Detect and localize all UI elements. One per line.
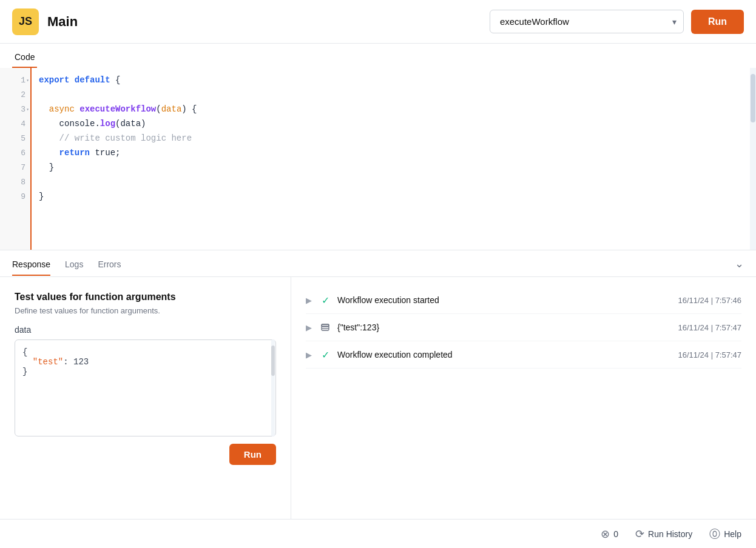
line-8: 8 (0, 175, 30, 189)
code-line-7: } (39, 160, 743, 175)
line-4: 4 (0, 116, 30, 131)
code-line-3: async executeWorkflow(data) { (39, 102, 743, 116)
run-button-small[interactable]: Run (229, 444, 276, 465)
left-panel-footer: Run (15, 444, 276, 465)
scrollbar[interactable] (750, 68, 756, 250)
editor-scrollbar-thumb (271, 346, 275, 376)
response-tab-bar: Response Logs Errors ⌄ (0, 250, 756, 277)
help-icon: ⓪ (709, 527, 720, 541)
left-panel: Test values for function arguments Defin… (0, 277, 291, 519)
log-entry-3: ▶ ✓ Workflow execution completed 16/11/2… (306, 341, 741, 369)
function-select-wrapper: executeWorkflow ▾ (490, 10, 684, 33)
scrollbar-thumb (751, 74, 755, 122)
function-select[interactable]: executeWorkflow (490, 10, 684, 33)
log-time-3: 16/11/24 | 7:57:47 (678, 350, 741, 359)
code-section: Code 1▾ 2 3▾ 4 5 6 7 8 9 export default … (0, 44, 756, 250)
line-numbers: 1▾ 2 3▾ 4 5 6 7 8 9 (0, 68, 32, 250)
panel-collapse-icon[interactable]: ⌄ (735, 257, 744, 270)
check-icon-1: ✓ (319, 294, 331, 306)
code-tab-bar: Code (0, 44, 756, 68)
svg-rect-1 (322, 324, 329, 330)
line-7: 7 (0, 160, 30, 175)
js-logo: JS (12, 8, 39, 35)
panel-body: Test values for function arguments Defin… (0, 277, 756, 519)
help-item[interactable]: ⓪ Help (709, 527, 741, 541)
code-line-6: return true; (39, 145, 743, 160)
line-6: 6 (0, 145, 30, 160)
db-icon (319, 321, 331, 333)
tab-errors[interactable]: Errors (98, 252, 121, 275)
log-expand-3[interactable]: ▶ (306, 350, 313, 359)
check-icon-3: ✓ (319, 349, 331, 361)
run-history-label: Run History (648, 529, 692, 539)
log-expand-2[interactable]: ▶ (306, 323, 313, 332)
json-editor-wrapper: { "test": 123 } (15, 339, 276, 436)
line-3: 3▾ (0, 102, 30, 116)
tabs: Response Logs Errors (12, 252, 121, 275)
line-1: 1▾ (0, 73, 30, 87)
log-entry-1: ▶ ✓ Workflow execution started 16/11/24 … (306, 287, 741, 314)
code-editor: 1▾ 2 3▾ 4 5 6 7 8 9 export default { asy… (0, 68, 756, 250)
code-line-4: console.log(data) (39, 116, 743, 131)
tab-code[interactable]: Code (12, 48, 37, 68)
test-values-desc: Define test values for function argument… (15, 306, 276, 315)
error-icon: ⊗ (601, 527, 610, 541)
json-editor[interactable]: { "test": 123 } (15, 339, 276, 436)
log-expand-1[interactable]: ▶ (306, 296, 313, 305)
log-time-1: 16/11/24 | 7:57:46 (678, 296, 741, 305)
test-values-title: Test values for function arguments (15, 292, 276, 302)
run-button-header[interactable]: Run (691, 10, 744, 34)
line-2: 2 (0, 87, 30, 102)
line-5: 5 (0, 131, 30, 145)
footer: ⊗ 0 ⟳ Run History ⓪ Help (0, 519, 756, 548)
code-line-8 (39, 175, 743, 189)
code-line-2 (39, 87, 743, 102)
tab-logs[interactable]: Logs (65, 252, 83, 275)
code-line-5: // write custom logic here (39, 131, 743, 145)
app-header: JS Main executeWorkflow ▾ Run (0, 0, 756, 44)
code-line-1: export default { (39, 73, 743, 87)
arg-label: data (15, 325, 276, 335)
log-text-1: Workflow execution started (337, 295, 672, 305)
right-panel: ▶ ✓ Workflow execution started 16/11/24 … (291, 277, 756, 519)
code-content[interactable]: export default { async executeWorkflow(d… (32, 68, 750, 250)
page-title: Main (47, 14, 490, 30)
code-line-9: } (39, 189, 743, 204)
help-label: Help (724, 529, 741, 539)
history-icon: ⟳ (635, 527, 644, 541)
log-entry-2: ▶ {"test":123} 16/11/24 | 7:57:47 (306, 314, 741, 341)
line-9: 9 (0, 189, 30, 204)
bottom-panel: Response Logs Errors ⌄ Test values for f… (0, 250, 756, 519)
run-history-item[interactable]: ⟳ Run History (635, 527, 692, 541)
log-text-3: Workflow execution completed (337, 350, 672, 359)
tab-response[interactable]: Response (12, 252, 50, 275)
error-count: 0 (613, 529, 618, 539)
log-time-2: 16/11/24 | 7:57:47 (678, 323, 741, 332)
log-text-2: {"test":123} (337, 322, 672, 332)
error-count-item[interactable]: ⊗ 0 (601, 527, 618, 541)
editor-scrollbar (271, 339, 275, 436)
